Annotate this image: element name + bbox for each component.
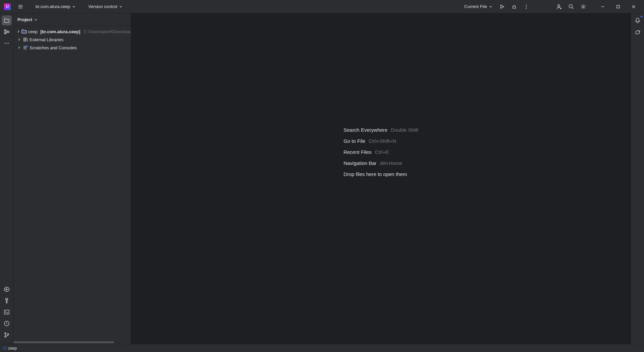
svg-point-11	[4, 43, 5, 44]
gear-icon	[580, 4, 586, 10]
services-tool-button[interactable]	[2, 284, 12, 294]
git-branch-icon	[4, 332, 10, 338]
welcome-hint-gotofile[interactable]: Go to File Ctrl+Shift+N	[343, 138, 418, 144]
svg-rect-8	[4, 30, 6, 31]
run-config-dropdown[interactable]: Current File	[461, 3, 496, 10]
elephant-icon	[635, 29, 641, 35]
project-tree[interactable]: ceep [br.com.alura.ceep] C:\Users\alexf\…	[13, 26, 131, 341]
project-view-dropdown[interactable]: Project	[17, 17, 38, 22]
debug-button[interactable]	[508, 2, 520, 12]
welcome-hint-dropfiles: Drop files here to open them	[343, 171, 418, 177]
settings-button[interactable]	[578, 2, 589, 12]
welcome-action-label: Go to File	[343, 138, 365, 144]
svg-point-12	[6, 43, 7, 44]
minimize-button[interactable]	[595, 2, 610, 12]
welcome-shortcut-label: Double Shift	[391, 127, 418, 133]
horizontal-dots-icon	[4, 40, 10, 46]
right-tool-strip	[631, 13, 644, 344]
chevron-down-icon	[34, 18, 38, 21]
welcome-shortcut-label: Ctrl+Shift+N	[369, 138, 396, 144]
main-area: Project ceep [br.com.alura.ceep] C:\User…	[0, 13, 644, 344]
close-button[interactable]	[626, 2, 641, 12]
svg-point-17	[5, 336, 6, 337]
project-panel: Project ceep [br.com.alura.ceep] C:\User…	[13, 13, 131, 344]
maximize-icon	[616, 5, 620, 9]
bug-icon	[512, 4, 517, 9]
structure-tool-button[interactable]	[2, 27, 12, 37]
project-panel-header: Project	[13, 13, 131, 26]
tree-external-libs-label: External Libraries	[30, 37, 63, 42]
welcome-action-label: Drop files here to open them	[343, 171, 407, 177]
search-button[interactable]	[566, 2, 577, 12]
chevron-right-icon[interactable]	[17, 46, 21, 49]
tree-root-name: ceep	[28, 29, 38, 34]
module-folder-icon	[21, 29, 27, 34]
play-icon	[499, 4, 505, 9]
vertical-dots-icon	[524, 4, 529, 9]
tree-scratches-item[interactable]: Scratches and Consoles	[13, 44, 131, 52]
svg-point-4	[558, 5, 560, 7]
hammer-icon	[4, 298, 10, 304]
bell-icon	[635, 17, 641, 23]
welcome-hint-search[interactable]: Search Everywhere Double Shift	[343, 127, 418, 133]
welcome-action-label: Navigation Bar	[343, 160, 376, 166]
svg-point-19	[26, 46, 28, 47]
run-button[interactable]	[496, 2, 508, 12]
maximize-button[interactable]	[610, 2, 626, 12]
chevron-right-icon[interactable]	[17, 38, 21, 41]
vcs-dropdown[interactable]: Version control	[85, 3, 126, 10]
notifications-button[interactable]	[633, 15, 643, 25]
titlebar-left-group: IJ br.com.alura.ceep Version control	[3, 2, 126, 12]
module-icon	[3, 347, 6, 350]
chevron-right-icon[interactable]	[17, 30, 20, 33]
account-button[interactable]	[553, 2, 565, 12]
chevron-down-icon	[72, 5, 75, 8]
project-selector-label: br.com.alura.ceep	[36, 4, 70, 9]
welcome-hint-navbar[interactable]: Navigation Bar Alt+Home	[343, 160, 418, 166]
app-icon: IJ	[4, 3, 11, 10]
svg-point-20	[638, 31, 639, 32]
svg-point-18	[7, 334, 9, 335]
status-module-label: ceep	[8, 346, 17, 351]
vcs-dropdown-label: Version control	[88, 4, 117, 9]
main-menu-button[interactable]	[15, 2, 26, 12]
chevron-down-icon	[489, 5, 492, 8]
window-controls	[595, 2, 641, 12]
titlebar: IJ br.com.alura.ceep Version control Cur…	[0, 0, 644, 13]
svg-rect-9	[4, 33, 6, 34]
project-horizontal-scrollbar[interactable]	[13, 341, 131, 344]
welcome-hints: Search Everywhere Double Shift Go to Fil…	[343, 127, 418, 177]
close-icon	[632, 5, 636, 9]
more-actions-button[interactable]	[521, 2, 532, 12]
project-tool-button[interactable]	[2, 15, 12, 25]
problems-tool-button[interactable]	[2, 318, 12, 329]
left-tool-strip	[0, 13, 13, 344]
gradle-tool-button[interactable]	[633, 27, 643, 37]
svg-point-6	[583, 6, 584, 7]
tree-root-item[interactable]: ceep [br.com.alura.ceep] C:\Users\alexf\…	[13, 27, 131, 36]
welcome-hint-recent[interactable]: Recent Files Ctrl+E	[343, 149, 418, 155]
project-panel-title: Project	[17, 17, 32, 22]
project-selector-dropdown[interactable]: br.com.alura.ceep	[32, 3, 79, 10]
chevron-down-icon	[119, 5, 122, 8]
person-add-icon	[556, 4, 562, 10]
build-tool-button[interactable]	[2, 296, 12, 306]
svg-point-2	[526, 6, 527, 7]
svg-point-13	[8, 43, 9, 44]
scrollbar-thumb[interactable]	[13, 341, 114, 343]
terminal-tool-button[interactable]	[2, 307, 12, 317]
svg-point-1	[526, 4, 527, 5]
editor-area[interactable]: Search Everywhere Double Shift Go to Fil…	[131, 13, 631, 344]
status-module-indicator[interactable]: ceep	[3, 346, 17, 351]
warning-icon	[4, 320, 10, 327]
welcome-shortcut-label: Ctrl+E	[375, 149, 389, 155]
svg-point-5	[569, 4, 573, 8]
vcs-tool-button[interactable]	[2, 330, 12, 340]
tree-external-libs-item[interactable]: External Libraries	[13, 36, 131, 44]
more-tools-button[interactable]	[2, 38, 12, 48]
svg-rect-10	[8, 31, 9, 33]
library-icon	[23, 37, 28, 42]
svg-point-16	[5, 333, 6, 334]
terminal-icon	[4, 309, 10, 315]
titlebar-right-group: Current File	[461, 2, 641, 12]
